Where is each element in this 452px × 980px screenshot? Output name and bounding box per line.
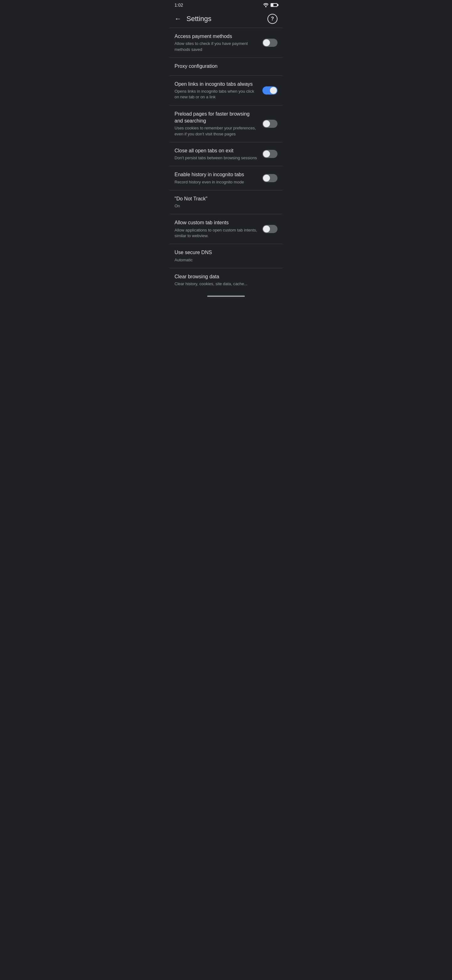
setting-subtitle-access-payment-methods: Allow sites to check if you have payment… (174, 41, 257, 52)
status-icons (263, 3, 278, 7)
setting-subtitle-use-secure-dns: Automatic (174, 257, 278, 263)
setting-item-open-links-incognito[interactable]: Open links in incognito tabs alwaysOpens… (170, 76, 282, 105)
setting-item-access-payment-methods[interactable]: Access payment methodsAllow sites to che… (170, 28, 282, 57)
toggle-access-payment-methods[interactable] (262, 39, 278, 47)
setting-title-access-payment-methods: Access payment methods (174, 33, 257, 40)
toolbar: ← Settings ? (170, 10, 282, 28)
setting-text-preload-pages: Preload pages for faster browsing and se… (174, 111, 262, 137)
wifi-icon (263, 3, 269, 7)
setting-subtitle-allow-custom-tab-intents: Allow applications to open custom tab in… (174, 228, 257, 239)
setting-text-close-all-open-tabs: Close all open tabs on exitDon't persist… (174, 147, 262, 161)
setting-subtitle-close-all-open-tabs: Don't persist tabs between browsing sess… (174, 155, 257, 161)
toggle-open-links-incognito[interactable] (262, 86, 278, 95)
setting-title-allow-custom-tab-intents: Allow custom tab intents (174, 219, 257, 226)
toggle-close-all-open-tabs[interactable] (262, 150, 278, 158)
settings-list: Access payment methodsAllow sites to che… (170, 28, 282, 292)
help-icon: ? (271, 16, 274, 22)
toggle-knob-access-payment-methods (263, 39, 270, 46)
setting-subtitle-do-not-track: On (174, 203, 278, 209)
toggle-knob-allow-custom-tab-intents (263, 226, 270, 232)
setting-text-access-payment-methods: Access payment methodsAllow sites to che… (174, 33, 262, 52)
toggle-knob-preload-pages (263, 120, 270, 127)
setting-title-close-all-open-tabs: Close all open tabs on exit (174, 147, 257, 154)
setting-subtitle-preload-pages: Uses cookies to remember your preference… (174, 125, 257, 137)
battery-icon (271, 3, 278, 7)
setting-item-allow-custom-tab-intents[interactable]: Allow custom tab intentsAllow applicatio… (170, 214, 282, 244)
setting-title-open-links-incognito: Open links in incognito tabs always (174, 81, 257, 88)
setting-title-enable-history-incognito: Enable history in incognito tabs (174, 171, 257, 178)
toggle-knob-close-all-open-tabs (263, 150, 270, 158)
help-button[interactable]: ? (267, 14, 278, 24)
setting-item-close-all-open-tabs[interactable]: Close all open tabs on exitDon't persist… (170, 142, 282, 166)
toggle-enable-history-incognito[interactable] (262, 174, 278, 182)
setting-title-clear-browsing-data: Clear browsing data (174, 273, 278, 280)
setting-item-enable-history-incognito[interactable]: Enable history in incognito tabsRecord h… (170, 166, 282, 190)
setting-title-do-not-track: "Do Not Track" (174, 196, 278, 202)
setting-title-proxy-configuration: Proxy configuration (174, 63, 278, 70)
back-arrow-icon: ← (174, 15, 181, 23)
nav-indicator (207, 296, 245, 297)
toggle-preload-pages[interactable] (262, 120, 278, 128)
setting-item-preload-pages[interactable]: Preload pages for faster browsing and se… (170, 105, 282, 142)
setting-item-do-not-track[interactable]: "Do Not Track"On (170, 190, 282, 214)
setting-title-preload-pages: Preload pages for faster browsing and se… (174, 111, 257, 125)
status-bar: 1:02 (170, 0, 282, 10)
setting-text-enable-history-incognito: Enable history in incognito tabsRecord h… (174, 171, 262, 185)
setting-subtitle-open-links-incognito: Opens links in incognito tabs when you c… (174, 89, 257, 100)
page-title: Settings (186, 15, 267, 23)
status-time: 1:02 (174, 3, 183, 8)
toggle-knob-open-links-incognito (270, 87, 277, 94)
setting-item-use-secure-dns[interactable]: Use secure DNSAutomatic (170, 244, 282, 268)
svg-point-0 (265, 6, 266, 7)
setting-item-proxy-configuration[interactable]: Proxy configuration (170, 58, 282, 75)
setting-subtitle-enable-history-incognito: Record history even in incognito mode (174, 179, 257, 185)
toggle-allow-custom-tab-intents[interactable] (262, 225, 278, 233)
setting-title-use-secure-dns: Use secure DNS (174, 249, 278, 256)
setting-text-allow-custom-tab-intents: Allow custom tab intentsAllow applicatio… (174, 219, 262, 239)
setting-text-open-links-incognito: Open links in incognito tabs alwaysOpens… (174, 81, 262, 100)
back-button[interactable]: ← (174, 15, 181, 23)
toggle-knob-enable-history-incognito (263, 175, 270, 181)
setting-item-clear-browsing-data[interactable]: Clear browsing dataClear history, cookie… (170, 268, 282, 292)
setting-subtitle-clear-browsing-data: Clear history, cookies, site data, cache… (174, 281, 278, 287)
